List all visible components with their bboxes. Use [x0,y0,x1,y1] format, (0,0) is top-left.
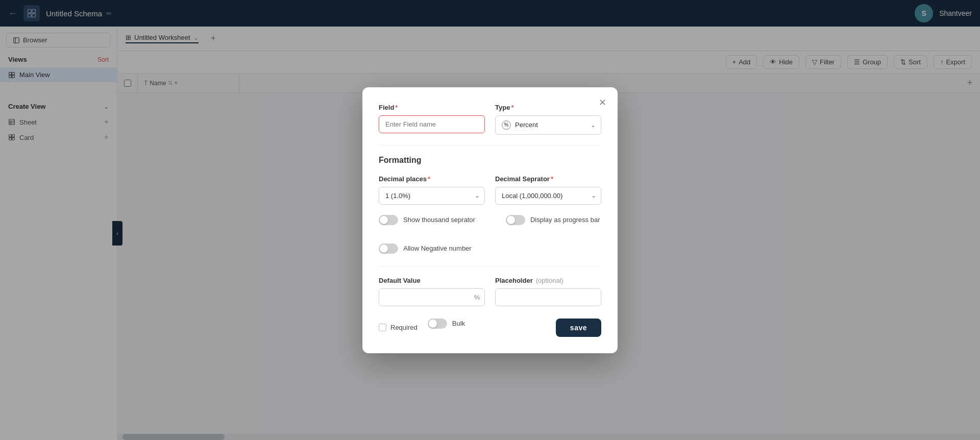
field-label: Field * [379,104,485,111]
formatting-section: Formatting Decimal places * 1 (1.0%) ⌄ [379,156,601,254]
required-label: Required [390,324,418,331]
decimal-places-col: Decimal places * 1 (1.0%) ⌄ [379,175,485,205]
percent-icon: % [502,120,511,130]
required-checkbox-row: Required [379,324,418,331]
default-value-col: Default Value % [379,277,485,306]
default-value-label: Default Value [379,277,485,284]
footer-row: Required Bulk save [379,319,601,337]
decimal-places-select-wrapper: 1 (1.0%) ⌄ [379,187,485,205]
field-col: Field * [379,104,485,135]
thousand-sep-toggle-row: Show thousand seprator [379,215,475,225]
decimal-sep-select-wrapper: Local (1,000,000.00) ⌄ [495,187,601,205]
decimal-sep-select[interactable]: Local (1,000,000.00) [495,187,601,205]
optional-label: (optional) [536,277,564,284]
negative-toggle-row: Allow Negative number [379,243,601,254]
type-label: Type * [495,104,601,111]
divider [379,145,601,145]
type-col: Type * % Percent ⌄ [495,104,601,135]
default-value-input[interactable] [379,288,485,306]
decimal-row: Decimal places * 1 (1.0%) ⌄ Decimal Sepr… [379,175,601,205]
bulk-toggle[interactable] [428,319,447,329]
negative-toggle[interactable] [379,243,398,254]
progress-bar-label: Display as progress bar [530,216,600,224]
progress-bar-toggle-row: Display as progress bar [506,215,600,225]
required-checkbox[interactable] [379,324,386,331]
required-star: * [395,104,398,111]
decimal-sep-col: Decimal Seprator * Local (1,000,000.00) … [495,175,601,205]
bulk-label: Bulk [452,320,465,327]
placeholder-input[interactable] [495,288,601,306]
thousand-sep-label: Show thousand seprator [403,216,475,224]
default-placeholder-row: Default Value % Placeholder (optional) [379,277,601,306]
bulk-toggle-row: Bulk [428,319,465,329]
decimal-places-label: Decimal places * [379,175,485,183]
field-type-row: Field * Type * % Percent ⌄ [379,104,601,135]
thousand-sep-toggle[interactable] [379,215,398,225]
placeholder-col: Placeholder (optional) [495,277,601,306]
decimal-places-select[interactable]: 1 (1.0%) [379,187,485,205]
type-select[interactable]: % Percent ⌄ [495,115,601,135]
default-value-input-wrapper: % [379,288,485,306]
decimal-sep-label: Decimal Seprator * [495,175,601,183]
formatting-title: Formatting [379,156,601,165]
percent-suffix: % [474,294,480,301]
toggles-row-1: Show thousand seprator Display as progre… [379,215,601,233]
type-required-star: * [511,104,513,111]
negative-label: Allow Negative number [403,245,472,252]
divider-2 [379,266,601,266]
close-button[interactable]: ✕ [595,95,609,110]
field-modal: ✕ Field * Type * % Percent ⌄ [362,87,618,353]
modal-overlay: ✕ Field * Type * % Percent ⌄ [0,0,980,440]
field-name-input[interactable] [379,115,485,133]
save-button[interactable]: save [556,319,601,337]
default-value-section: Default Value % Placeholder (optional) [379,277,601,306]
progress-bar-toggle[interactable] [506,215,525,225]
placeholder-label: Placeholder (optional) [495,277,601,284]
footer-left: Required Bulk [379,319,465,337]
